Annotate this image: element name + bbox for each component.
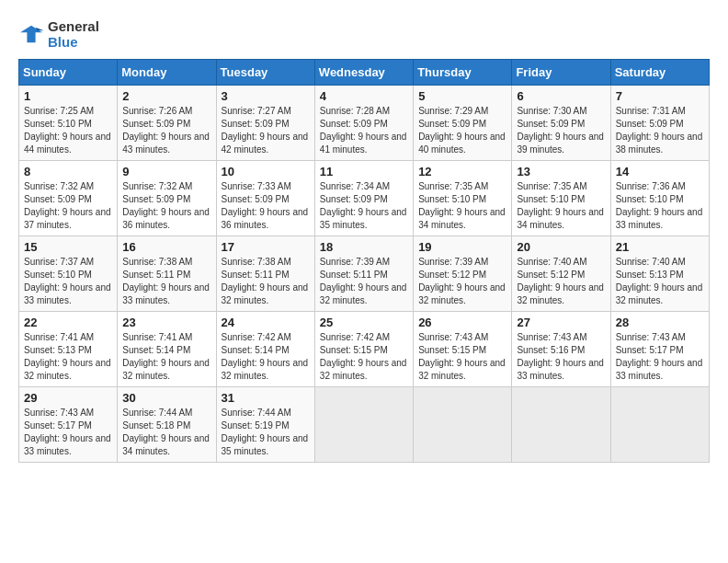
- day-number: 26: [418, 316, 506, 329]
- calendar-day: 12 Sunrise: 7:35 AM Sunset: 5:10 PM Dayl…: [414, 161, 512, 236]
- calendar-day: [314, 387, 413, 463]
- calendar-day: 3 Sunrise: 7:27 AM Sunset: 5:09 PM Dayli…: [216, 86, 314, 161]
- day-number: 30: [122, 391, 210, 405]
- day-info: Sunrise: 7:32 AM Sunset: 5:09 PM Dayligh…: [122, 180, 210, 232]
- day-info: Sunrise: 7:39 AM Sunset: 5:11 PM Dayligh…: [320, 256, 408, 307]
- day-info: Sunrise: 7:38 AM Sunset: 5:11 PM Dayligh…: [222, 256, 310, 307]
- day-number: 12: [418, 165, 506, 178]
- calendar-day: [414, 387, 512, 463]
- day-number: 18: [320, 240, 408, 254]
- day-info: Sunrise: 7:29 AM Sunset: 5:09 PM Dayligh…: [418, 105, 506, 156]
- day-header-saturday: Saturday: [610, 60, 709, 86]
- day-info: Sunrise: 7:36 AM Sunset: 5:10 PM Dayligh…: [616, 180, 704, 232]
- calendar-day: 1 Sunrise: 7:25 AM Sunset: 5:10 PM Dayli…: [19, 86, 118, 161]
- day-number: 21: [616, 240, 704, 254]
- calendar-day: 22 Sunrise: 7:41 AM Sunset: 5:13 PM Dayl…: [19, 312, 118, 387]
- calendar-day: 20 Sunrise: 7:40 AM Sunset: 5:12 PM Dayl…: [512, 236, 610, 312]
- day-number: 15: [24, 240, 112, 254]
- calendar-day: 31 Sunrise: 7:44 AM Sunset: 5:19 PM Dayl…: [216, 387, 314, 463]
- day-number: 14: [616, 165, 704, 178]
- calendar-week-3: 15 Sunrise: 7:37 AM Sunset: 5:10 PM Dayl…: [19, 236, 710, 312]
- calendar-day: 8 Sunrise: 7:32 AM Sunset: 5:09 PM Dayli…: [19, 161, 118, 236]
- day-info: Sunrise: 7:27 AM Sunset: 5:09 PM Dayligh…: [222, 105, 310, 156]
- day-number: 6: [517, 89, 605, 103]
- svg-marker-0: [20, 26, 42, 42]
- day-number: 27: [517, 316, 605, 329]
- calendar-day: 9 Sunrise: 7:32 AM Sunset: 5:09 PM Dayli…: [118, 161, 216, 236]
- day-header-friday: Friday: [512, 60, 610, 86]
- day-number: 10: [222, 165, 310, 178]
- day-info: Sunrise: 7:26 AM Sunset: 5:09 PM Dayligh…: [122, 105, 210, 156]
- day-number: 31: [222, 391, 310, 405]
- day-info: Sunrise: 7:43 AM Sunset: 5:17 PM Dayligh…: [616, 331, 704, 383]
- day-info: Sunrise: 7:40 AM Sunset: 5:12 PM Dayligh…: [517, 256, 605, 307]
- day-number: 3: [222, 89, 310, 103]
- day-info: Sunrise: 7:33 AM Sunset: 5:09 PM Dayligh…: [222, 180, 310, 232]
- calendar-day: 7 Sunrise: 7:31 AM Sunset: 5:09 PM Dayli…: [610, 86, 709, 161]
- calendar-day: 10 Sunrise: 7:33 AM Sunset: 5:09 PM Dayl…: [216, 161, 314, 236]
- day-info: Sunrise: 7:43 AM Sunset: 5:17 PM Dayligh…: [24, 407, 112, 458]
- day-info: Sunrise: 7:38 AM Sunset: 5:11 PM Dayligh…: [122, 256, 210, 307]
- day-number: 16: [122, 240, 210, 254]
- calendar-day: 29 Sunrise: 7:43 AM Sunset: 5:17 PM Dayl…: [19, 387, 118, 463]
- day-header-sunday: Sunday: [19, 60, 118, 86]
- calendar-table: SundayMondayTuesdayWednesdayThursdayFrid…: [18, 59, 710, 463]
- calendar-day: 27 Sunrise: 7:43 AM Sunset: 5:16 PM Dayl…: [512, 312, 610, 387]
- calendar-day: 11 Sunrise: 7:34 AM Sunset: 5:09 PM Dayl…: [314, 161, 413, 236]
- day-number: 9: [122, 165, 210, 178]
- calendar-week-1: 1 Sunrise: 7:25 AM Sunset: 5:10 PM Dayli…: [19, 86, 710, 161]
- calendar-day: 13 Sunrise: 7:35 AM Sunset: 5:10 PM Dayl…: [512, 161, 610, 236]
- day-info: Sunrise: 7:30 AM Sunset: 5:09 PM Dayligh…: [517, 105, 605, 156]
- day-number: 4: [320, 89, 408, 103]
- day-header-thursday: Thursday: [414, 60, 512, 86]
- day-info: Sunrise: 7:42 AM Sunset: 5:14 PM Dayligh…: [222, 331, 310, 383]
- day-header-monday: Monday: [118, 60, 216, 86]
- calendar-day: 19 Sunrise: 7:39 AM Sunset: 5:12 PM Dayl…: [414, 236, 512, 312]
- day-info: Sunrise: 7:35 AM Sunset: 5:10 PM Dayligh…: [418, 180, 506, 232]
- day-number: 13: [517, 165, 605, 178]
- logo-icon: [18, 24, 44, 44]
- day-number: 11: [320, 165, 408, 178]
- day-info: Sunrise: 7:39 AM Sunset: 5:12 PM Dayligh…: [418, 256, 506, 307]
- calendar-day: 21 Sunrise: 7:40 AM Sunset: 5:13 PM Dayl…: [610, 236, 709, 312]
- day-number: 2: [122, 89, 210, 103]
- day-info: Sunrise: 7:35 AM Sunset: 5:10 PM Dayligh…: [517, 180, 605, 232]
- calendar-day: 6 Sunrise: 7:30 AM Sunset: 5:09 PM Dayli…: [512, 86, 610, 161]
- day-number: 23: [122, 316, 210, 329]
- day-number: 7: [616, 89, 704, 103]
- day-info: Sunrise: 7:37 AM Sunset: 5:10 PM Dayligh…: [24, 256, 112, 307]
- day-info: Sunrise: 7:44 AM Sunset: 5:19 PM Dayligh…: [222, 407, 310, 458]
- day-info: Sunrise: 7:43 AM Sunset: 5:16 PM Dayligh…: [517, 331, 605, 383]
- calendar-day: 25 Sunrise: 7:42 AM Sunset: 5:15 PM Dayl…: [314, 312, 413, 387]
- calendar-day: 17 Sunrise: 7:38 AM Sunset: 5:11 PM Dayl…: [216, 236, 314, 312]
- logo: General Blue: [18, 18, 99, 50]
- calendar-day: 15 Sunrise: 7:37 AM Sunset: 5:10 PM Dayl…: [19, 236, 118, 312]
- day-info: Sunrise: 7:25 AM Sunset: 5:10 PM Dayligh…: [24, 105, 112, 156]
- calendar-week-5: 29 Sunrise: 7:43 AM Sunset: 5:17 PM Dayl…: [19, 387, 710, 463]
- day-info: Sunrise: 7:41 AM Sunset: 5:13 PM Dayligh…: [24, 331, 112, 383]
- calendar-day: 2 Sunrise: 7:26 AM Sunset: 5:09 PM Dayli…: [118, 86, 216, 161]
- calendar-day: [610, 387, 709, 463]
- day-number: 24: [222, 316, 310, 329]
- day-info: Sunrise: 7:28 AM Sunset: 5:09 PM Dayligh…: [320, 105, 408, 156]
- calendar-day: 24 Sunrise: 7:42 AM Sunset: 5:14 PM Dayl…: [216, 312, 314, 387]
- calendar-day: 26 Sunrise: 7:43 AM Sunset: 5:15 PM Dayl…: [414, 312, 512, 387]
- day-info: Sunrise: 7:40 AM Sunset: 5:13 PM Dayligh…: [616, 256, 704, 307]
- day-number: 20: [517, 240, 605, 254]
- day-number: 8: [24, 165, 112, 178]
- calendar-day: [512, 387, 610, 463]
- day-header-wednesday: Wednesday: [314, 60, 413, 86]
- day-number: 22: [24, 316, 112, 329]
- calendar-day: 30 Sunrise: 7:44 AM Sunset: 5:18 PM Dayl…: [118, 387, 216, 463]
- day-info: Sunrise: 7:43 AM Sunset: 5:15 PM Dayligh…: [418, 331, 506, 383]
- calendar-day: 28 Sunrise: 7:43 AM Sunset: 5:17 PM Dayl…: [610, 312, 709, 387]
- calendar-day: 18 Sunrise: 7:39 AM Sunset: 5:11 PM Dayl…: [314, 236, 413, 312]
- day-number: 29: [24, 391, 112, 405]
- day-info: Sunrise: 7:41 AM Sunset: 5:14 PM Dayligh…: [122, 331, 210, 383]
- day-number: 5: [418, 89, 506, 103]
- day-info: Sunrise: 7:42 AM Sunset: 5:15 PM Dayligh…: [320, 331, 408, 383]
- header: General Blue: [18, 18, 710, 50]
- day-number: 28: [616, 316, 704, 329]
- calendar-day: 23 Sunrise: 7:41 AM Sunset: 5:14 PM Dayl…: [118, 312, 216, 387]
- day-number: 25: [320, 316, 408, 329]
